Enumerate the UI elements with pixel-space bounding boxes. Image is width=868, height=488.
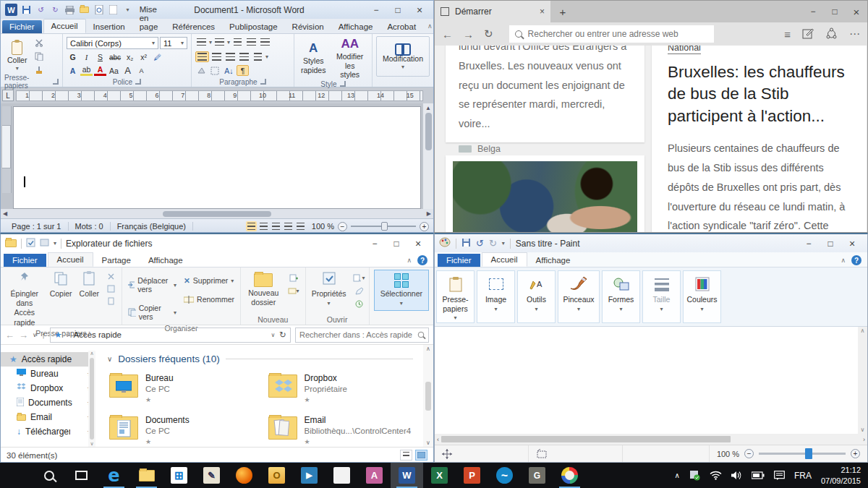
minimize-button[interactable]: −	[802, 1, 824, 22]
taskbar-gimp[interactable]	[521, 463, 553, 488]
tab-publipostage[interactable]: Publipostage	[222, 20, 285, 33]
subscript-button[interactable]: x₂	[124, 52, 136, 63]
show-formatting-button[interactable]: ¶	[237, 65, 249, 76]
collapse-ribbon-icon[interactable]: ∧	[841, 257, 846, 264]
details-view-button[interactable]	[400, 450, 412, 461]
qat-dropdown-icon[interactable]: ▾	[54, 240, 56, 247]
taskbar-edge[interactable]	[98, 463, 130, 488]
dropbox-tray-icon[interactable]	[689, 470, 700, 481]
shrink-font-button[interactable]: A	[135, 65, 148, 76]
underline-button[interactable]: S	[94, 52, 106, 63]
tab-references[interactable]: Références	[165, 20, 222, 33]
share-icon[interactable]	[825, 27, 838, 41]
print-icon[interactable]	[64, 4, 75, 15]
maximize-button[interactable]: □	[387, 1, 409, 19]
history-icon[interactable]	[352, 299, 366, 309]
web-layout-view-button[interactable]	[271, 221, 281, 231]
change-styles-button[interactable]: AA Modifier les styles	[331, 36, 368, 80]
sidebar-item-acces-rapide[interactable]: ★ Accès rapide	[1, 352, 95, 367]
vertical-scrollbar[interactable]: ∧∨	[858, 327, 867, 434]
copy-path-icon[interactable]	[105, 283, 117, 294]
sidebar-item-telechargements[interactable]: ↓ Téléchargem ★	[1, 424, 95, 439]
collapse-ribbon-icon[interactable]: ∧	[427, 22, 433, 30]
tab-accueil[interactable]: Accueil	[482, 252, 527, 267]
zoom-level[interactable]: 100 %	[312, 222, 334, 231]
editing-button[interactable]: Modification ▾	[376, 36, 430, 77]
open-icon[interactable]: ▾	[352, 273, 366, 283]
undo-icon[interactable]: ↺	[35, 4, 46, 15]
help-icon[interactable]: ?	[851, 255, 861, 265]
new-document-icon[interactable]	[108, 4, 119, 15]
wifi-icon[interactable]	[710, 471, 722, 480]
copy-icon[interactable]	[33, 51, 45, 61]
large-icons-view-button[interactable]	[415, 450, 427, 461]
dialog-launcher-icon[interactable]	[135, 79, 141, 85]
tools-group-button[interactable]: A Outils ▾	[517, 270, 556, 323]
bullet-list-icon[interactable]	[195, 37, 208, 48]
collapse-section-icon[interactable]: ∨	[107, 355, 112, 363]
explorer-titlebar[interactable]: ▾ Explorateur de fichiers − □ ×	[1, 234, 433, 252]
taskbar-access[interactable]	[358, 463, 391, 488]
dialog-launcher-icon[interactable]	[340, 81, 346, 87]
edit-icon[interactable]	[352, 286, 366, 296]
up-button[interactable]: ↑	[41, 330, 46, 341]
scroll-thumb[interactable]	[163, 211, 271, 217]
dialog-launcher-icon[interactable]	[260, 79, 266, 85]
redo-icon[interactable]: ↻	[489, 238, 497, 249]
tab-close-icon[interactable]: ×	[540, 7, 545, 17]
scroll-right-icon[interactable]: ›	[863, 436, 865, 443]
sidebar-item-documents[interactable]: Documents ★	[1, 395, 95, 410]
minimize-button[interactable]: −	[798, 234, 820, 252]
tab-partage[interactable]: Partage	[93, 254, 140, 267]
multilevel-list-icon[interactable]	[231, 37, 244, 48]
article-headline[interactable]: Bruxelles: les chauffeurs de bus de la S…	[668, 61, 851, 127]
taskbar-firefox[interactable]	[228, 463, 260, 488]
tab-fichier[interactable]: Fichier	[4, 254, 46, 267]
language-status[interactable]: Français (Belgique)	[111, 222, 193, 231]
copy-to-button[interactable]: Copier vers▾	[127, 301, 178, 323]
tab-fichier[interactable]: Fichier	[2, 20, 42, 33]
borders-icon[interactable]	[209, 65, 221, 76]
zoom-out-button[interactable]: −	[744, 449, 754, 458]
vertical-scrollbar[interactable]: ▲	[422, 103, 433, 209]
paste-button[interactable]: Coller ▾	[4, 36, 30, 77]
taskbar-search-button[interactable]	[33, 463, 65, 488]
superscript-button[interactable]: x²	[137, 52, 150, 63]
sidebar-item-dropbox[interactable]: Dropbox ★	[1, 381, 95, 395]
move-to-button[interactable]: Déplacer vers▾	[127, 274, 178, 296]
address-bar[interactable]	[509, 25, 714, 43]
horizontal-scrollbar[interactable]: ‹ ›	[435, 434, 867, 445]
explorer-search-box[interactable]	[295, 328, 429, 343]
properties-button[interactable]: Propriétés ▾	[310, 270, 348, 309]
refresh-button[interactable]: ↻	[484, 27, 493, 40]
back-button[interactable]: ←	[442, 28, 453, 40]
paint-titlebar[interactable]: ↺ ↻ ▾ Sans titre - Paint − □ ×	[435, 234, 867, 252]
quick-styles-button[interactable]: A Styles rapides	[298, 36, 328, 80]
scroll-up-icon[interactable]: ▲	[425, 105, 431, 111]
colors-group-button[interactable]: Couleurs ▾	[683, 270, 721, 323]
show-hidden-icons-button[interactable]: ∧	[675, 471, 680, 479]
vertical-ruler[interactable]	[2, 106, 12, 193]
close-button[interactable]: ×	[409, 1, 430, 19]
pin-to-quick-access-button[interactable]: Épingler dans Accès rapide	[5, 270, 44, 329]
increase-indent-icon[interactable]	[259, 37, 271, 48]
decrease-indent-icon[interactable]	[245, 37, 258, 48]
news-card[interactable]: National Bruxelles: les chauffeurs de bu…	[652, 46, 867, 232]
breadcrumb[interactable]: ★ › Accès rapide ∨ ↻	[50, 328, 291, 343]
address-input[interactable]	[528, 29, 708, 39]
undo-icon[interactable]: ↺	[476, 238, 484, 249]
word-titlebar[interactable]: W ↺ ↻ ▾ Document1 - Microsoft Word − □ ×	[1, 1, 433, 19]
zoom-out-button[interactable]: −	[338, 222, 347, 231]
taskbar-calculator[interactable]	[326, 463, 358, 488]
fullscreen-view-button[interactable]	[258, 221, 269, 231]
new-item-icon[interactable]	[286, 273, 301, 283]
shading-icon[interactable]	[195, 65, 208, 76]
tab-affichage[interactable]: Affichage	[527, 254, 579, 267]
copy-button[interactable]: Copier	[48, 270, 74, 300]
start-button[interactable]	[0, 463, 33, 488]
battery-icon[interactable]	[752, 471, 765, 479]
highlight-color-button[interactable]: ab	[80, 65, 93, 76]
phonetic-guide-icon[interactable]: 🖉	[151, 52, 163, 63]
align-right-button[interactable]	[224, 51, 237, 62]
image-group-button[interactable]: Image ▾	[477, 270, 515, 323]
